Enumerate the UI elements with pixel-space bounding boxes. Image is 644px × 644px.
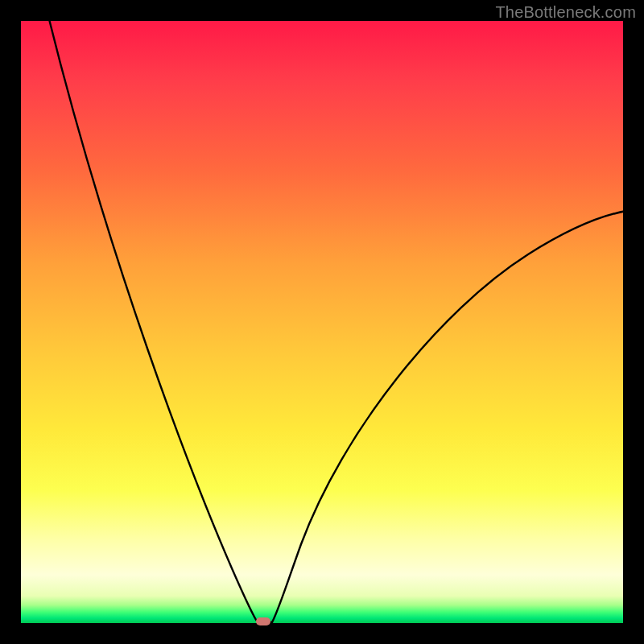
bottleneck-marker (256, 617, 270, 625)
bottleneck-curve (21, 21, 623, 623)
watermark-text: TheBottleneck.com (495, 3, 636, 22)
plot-area (21, 21, 623, 623)
chart-frame: TheBottleneck.com (0, 0, 644, 644)
curve-right-branch (272, 211, 626, 622)
curve-left-branch (48, 16, 259, 622)
